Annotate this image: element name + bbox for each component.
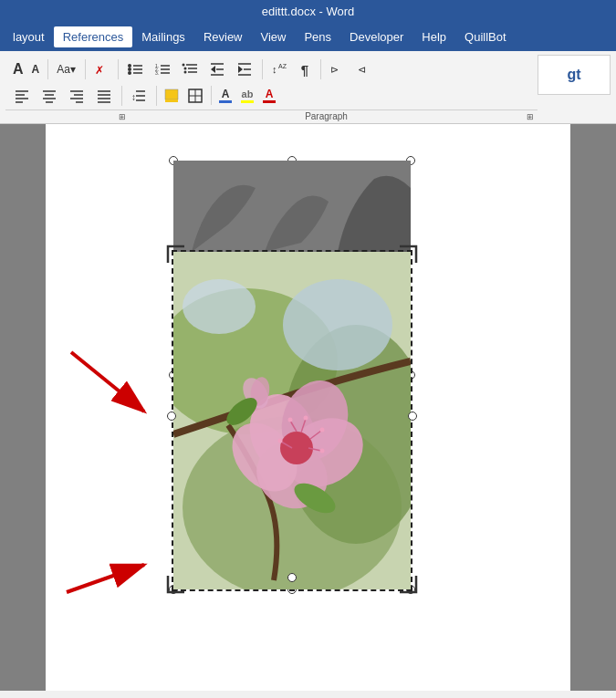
svg-point-17 (183, 71, 186, 74)
menu-mailings[interactable]: Mailings (132, 26, 194, 47)
sort-group: ↕AZ ¶ (266, 59, 321, 79)
bullet-list-button[interactable] (122, 59, 148, 79)
corner-bracket-tr (398, 245, 418, 265)
svg-point-74 (320, 428, 325, 432)
borders-button[interactable] (184, 86, 206, 105)
menu-help[interactable]: Help (412, 26, 455, 47)
multilevel-list-button[interactable] (177, 59, 203, 79)
svg-marker-19 (211, 66, 215, 73)
menu-developer[interactable]: Developer (340, 26, 412, 47)
menu-bar: layout References Mailings Review View P… (0, 22, 616, 51)
show-formatting-button[interactable]: ¶ (294, 59, 316, 79)
corner-bracket-tl (166, 245, 186, 265)
document-page (46, 124, 570, 691)
shading-group (161, 86, 212, 105)
change-case-button[interactable]: Aa▾ (52, 59, 80, 79)
line-spacing-button[interactable]: ↕ (126, 86, 151, 106)
line-spacing-group: ↕ (126, 86, 157, 106)
svg-point-3 (128, 68, 131, 71)
menu-view[interactable]: View (252, 26, 296, 47)
svg-text:↕: ↕ (131, 92, 136, 102)
corner-bracket-bl (166, 574, 186, 594)
document-area (0, 124, 616, 691)
gt-area: gt (538, 55, 611, 95)
font-size-group: A A (9, 59, 48, 79)
svg-text:⊲: ⊲ (358, 64, 366, 75)
align-left-button[interactable] (9, 86, 35, 106)
svg-point-5 (128, 71, 131, 75)
shading-button[interactable] (161, 86, 183, 105)
corner-bracket-br (398, 574, 418, 594)
clear-formatting-button[interactable]: ✗ (89, 59, 113, 79)
title-text: edittt.docx - Word (262, 5, 355, 18)
numbered-list-button[interactable]: 1.2.3. (150, 59, 175, 79)
justify-button[interactable] (91, 86, 117, 106)
svg-text:↕: ↕ (272, 64, 277, 75)
gt-label: gt (567, 67, 580, 83)
svg-point-70 (288, 418, 293, 422)
alignment-group (9, 86, 122, 106)
svg-text:AZ: AZ (278, 63, 287, 69)
menu-pens[interactable]: Pens (295, 26, 340, 47)
align-center-button[interactable] (37, 86, 62, 106)
svg-marker-23 (238, 66, 243, 73)
paragraph-label: Paragraph (128, 111, 525, 121)
font-color-button[interactable]: A (215, 86, 235, 105)
menu-quillbot[interactable]: QuillBot (455, 26, 516, 47)
svg-point-15 (183, 68, 186, 70)
align-right-button[interactable] (64, 86, 89, 106)
font-color-group: A ab A (215, 86, 279, 105)
svg-point-1 (128, 64, 131, 68)
menu-review[interactable]: Review (194, 26, 252, 47)
svg-point-68 (280, 432, 313, 464)
highlight-color-button[interactable]: ab (237, 87, 257, 105)
rtl-group: ⊳ ⊲ (325, 59, 378, 79)
title-bar: edittt.docx - Word (0, 0, 616, 22)
paragraph-expand-button[interactable]: ⊞ (527, 112, 534, 121)
svg-point-76 (320, 449, 325, 453)
svg-text:⊳: ⊳ (330, 64, 339, 75)
decrease-indent-button[interactable] (204, 59, 230, 79)
font-expand-button[interactable]: ⊞ (119, 112, 126, 121)
svg-point-78 (278, 439, 283, 443)
ribbon: A A Aa▾ ✗ (0, 51, 616, 124)
svg-text:3.: 3. (155, 70, 159, 76)
svg-point-13 (182, 64, 184, 67)
change-case-group: Aa▾ (52, 59, 86, 79)
text-color-button[interactable]: A (259, 86, 279, 105)
decrease-font-size-button[interactable]: A (28, 61, 44, 78)
menu-layout[interactable]: layout (4, 26, 54, 47)
svg-text:✗: ✗ (95, 64, 104, 77)
increase-font-size-button[interactable]: A (9, 59, 27, 79)
rtl-button[interactable]: ⊳ (325, 59, 350, 79)
flower-image (173, 252, 411, 589)
svg-rect-51 (165, 89, 178, 99)
image-top-bg (173, 161, 411, 252)
svg-point-61 (283, 279, 392, 370)
increase-indent-button[interactable] (232, 59, 257, 79)
menu-references[interactable]: References (54, 26, 132, 47)
image-container[interactable] (173, 161, 411, 589)
svg-point-72 (304, 416, 308, 421)
sort-button[interactable]: ↕AZ (266, 59, 292, 79)
ltr-button[interactable]: ⊲ (352, 59, 378, 79)
list-group: 1.2.3. (122, 59, 263, 79)
clear-format-group: ✗ (89, 59, 119, 79)
svg-point-62 (183, 279, 256, 334)
svg-rect-52 (165, 99, 178, 102)
